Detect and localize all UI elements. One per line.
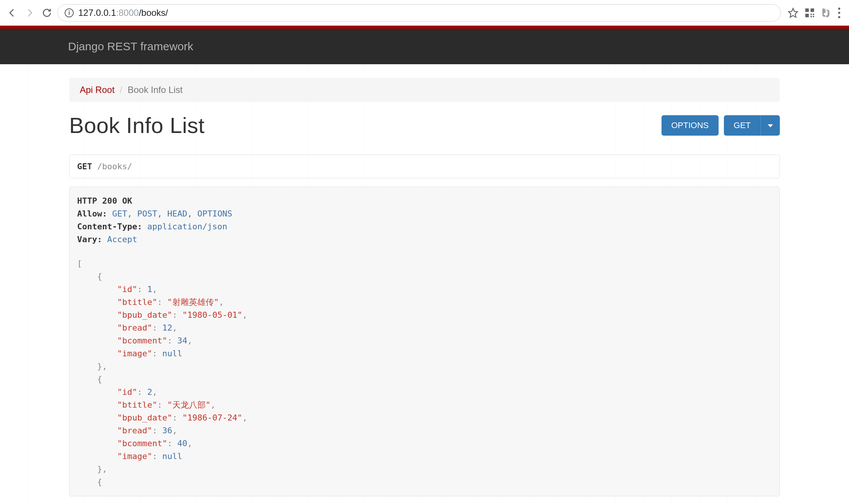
title-row: Book Info List OPTIONS GET [69,113,780,138]
svg-rect-6 [810,16,812,17]
response-body: HTTP 200 OK Allow: GET, POST, HEAD, OPTI… [69,187,780,496]
navbar: Django REST framework [0,29,849,64]
back-button[interactable] [5,6,19,20]
site-info-icon[interactable]: i [65,8,74,17]
svg-rect-4 [810,14,812,15]
svg-rect-1 [805,8,809,12]
page-title: Book Info List [69,113,656,138]
browser-menu-icon[interactable] [838,8,841,18]
forward-button[interactable] [23,6,36,20]
breadcrumb-root-link[interactable]: Api Root [80,85,115,95]
breadcrumb-current: Book Info List [128,85,183,95]
response-status: HTTP 200 OK [77,195,772,207]
options-button[interactable]: OPTIONS [662,115,719,136]
bookmark-star-icon[interactable] [788,8,798,18]
svg-rect-7 [813,16,814,17]
response-headers: Allow: GET, POST, HEAD, OPTIONSContent-T… [77,207,772,246]
get-button[interactable]: GET [724,115,761,136]
svg-rect-3 [805,14,809,17]
page-body: Api Root / Book Info List Book Info List… [0,64,849,504]
svg-point-8 [838,8,840,10]
svg-rect-5 [813,14,814,15]
breadcrumb-separator: / [120,85,122,95]
browser-right-icons [785,8,844,18]
accent-bar [0,26,849,29]
request-path: /books/ [92,162,132,171]
navbar-brand[interactable]: Django REST framework [68,40,193,53]
response-json: [ { "id": 1, "btitle": "射雕英雄传", "bpub_da… [77,257,772,489]
request-line: GET /books/ [69,155,780,178]
get-button-group: GET [724,115,780,136]
evernote-icon[interactable] [821,8,832,18]
svg-rect-2 [810,8,814,12]
breadcrumb: Api Root / Book Info List [69,78,780,102]
browser-toolbar: i 127.0.0.1:8000/books/ [0,0,849,26]
reload-button[interactable] [40,6,54,20]
svg-point-9 [838,12,840,14]
address-bar[interactable]: i 127.0.0.1:8000/books/ [57,4,781,22]
url-text: 127.0.0.1:8000/books/ [78,8,168,18]
get-dropdown-toggle[interactable] [761,115,780,136]
svg-point-10 [838,16,840,18]
caret-down-icon [768,124,773,127]
qr-icon[interactable] [804,8,815,18]
svg-marker-0 [789,8,797,17]
request-method: GET [77,162,92,171]
